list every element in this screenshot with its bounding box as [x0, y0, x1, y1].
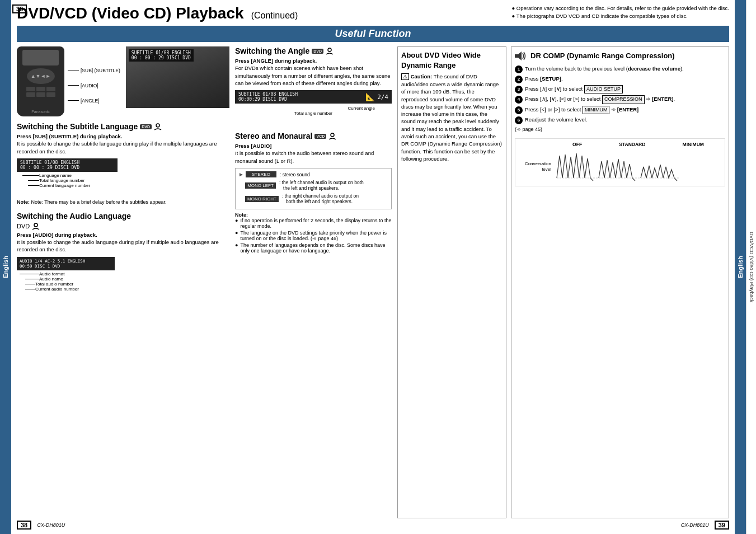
remote-control: ▲▼◄► Panasonic [17, 46, 64, 116]
stereo-title-text: Stereo and Monaural [235, 132, 312, 140]
dr-comp-steps: 1 Turn the volume back to the previous l… [515, 65, 725, 125]
label-language-name: Language name [22, 173, 157, 178]
label-total-audio: Total audio number [25, 282, 157, 287]
audio-title-text: Switching the Audio Language [17, 212, 131, 221]
subtitle-title-text: Switching the Subtitle Language [17, 122, 138, 131]
label-current-audio: Current audio number [25, 287, 157, 292]
remote-label-area: [SUB] (SUBTITLE) [AUDIO] [ANGLE] [68, 46, 120, 116]
person-icon-angle [326, 47, 334, 55]
stereo-note-2: ●The language on the DVD settings take p… [235, 230, 392, 241]
chart-body: Conversation level [518, 150, 722, 184]
stereo-press-text: Press [AUDIO] [235, 143, 271, 149]
label-total-lang: Total language number [28, 178, 157, 183]
page-left-area: 38 CX-DH801U [17, 521, 65, 530]
step-2: 2 Press [SETUP]. [515, 75, 725, 83]
switching-audio-section: Switching the Audio Language DVD Press [… [17, 212, 229, 303]
person-icon-stereo [328, 132, 336, 140]
body-columns: ▲▼◄► Panasonic [17, 46, 729, 518]
svg-point-3 [331, 133, 334, 137]
model-name-left: CX-DH801U [37, 522, 65, 528]
angle-labels: Current angle Total angle number [235, 106, 392, 116]
person-icon-subtitle [154, 123, 162, 130]
left-column: ▲▼◄► Panasonic [17, 46, 229, 518]
stereo-notes: Note: ●If no operation is performed for … [235, 212, 392, 254]
angle-description: For DVDs which contain scenes which have… [235, 64, 392, 87]
compression-chart: OFF STANDARD MINIMUM Conversation level [515, 138, 725, 187]
main-content: DVD/VCD (Video CD) Playback (Continued) … [11, 0, 735, 534]
angle-body: Press [ANGLE] during playback. For DVDs … [235, 57, 392, 87]
audio-labels: Audio format Audio name Total audio numb… [20, 271, 157, 292]
subtitle-body: Press [SUB] (SUBTITLE) during playback. … [17, 133, 229, 155]
label-audio: [AUDIO] [68, 83, 120, 88]
vertical-tab-label: DVD/VCD (Video CD) Playback [749, 232, 754, 302]
audio-diagram-wrapper: AUDIO 1/4 AC-2 5.1 ENGLISH 00:59 DISC 1 … [17, 257, 229, 292]
remote-screen [22, 50, 59, 65]
page-numbers: 38 CX-DH801U CX-DH801U 39 [17, 521, 729, 530]
chart-ylabel: Conversation level [518, 161, 554, 173]
subtitle-screen: SUBTITLE 01/08 ENGLISH 00 : 00 : 29 DISC… [126, 46, 229, 108]
subtitle-press-text: Press [SUB] (SUBTITLE) during playback. [17, 133, 122, 139]
subtitle-section-title: Switching the Subtitle Language DVD [17, 122, 229, 131]
page-right-area: CX-DH801U 39 [681, 521, 729, 530]
audio-body: Press [AUDIO] during playback. It is pos… [17, 231, 229, 254]
caution-label: Caution: [411, 73, 433, 79]
about-dvd-box: About DVD Video Wide Dynamic Range ⚠ Cau… [397, 46, 506, 518]
dr-comp-title-text: DR COMP (Dynamic Range Compression) [530, 50, 675, 62]
step-2-num: 2 [515, 76, 523, 83]
page-num-right: 39 [715, 521, 729, 530]
about-dvd-body: ⚠ Caution: The sound of DVD audio/video … [401, 73, 503, 162]
svg-point-2 [328, 48, 331, 51]
step-6-text: Readjust the volume level. [525, 116, 587, 124]
sidebar-right-label: English [737, 256, 744, 278]
stereo-desc-stereo: : stereo sound [280, 172, 310, 177]
stereo-row-mono-right: MONO RIGHT : the right channel audio is … [238, 193, 388, 204]
vertical-tab-right: DVD/VCD (Video CD) Playback [746, 0, 756, 534]
angle-title-text: Switching the Angle [235, 46, 309, 55]
dvd-icon-subtitle: DVD [140, 124, 152, 129]
svg-rect-4 [515, 54, 518, 58]
step-4-num: 4 [515, 96, 523, 104]
lang-diagram-wrapper: SUBTITLE 01/08 ENGLISH 00 : 00 : 29 DISC… [17, 158, 229, 188]
page-num-left: 38 [17, 521, 31, 530]
stereo-label-mono-right: MONO RIGHT [245, 196, 279, 202]
page-title: DVD/VCD (Video CD) Playback [17, 4, 244, 22]
header-note-2: The pictographs DVD VCD and CD indicate … [511, 12, 729, 20]
stereo-label-mono-left: MONO LEFT [245, 182, 276, 189]
step-5: 5 Press [<] or [>] to select MINIMUM ➾ [… [515, 106, 725, 115]
step-4-text: Press [∧], [∨], [<] or [>] to select COM… [525, 95, 675, 104]
audio-diagram: AUDIO 1/4 AC-2 5.1 ENGLISH 00:59 DISC 1 … [17, 257, 115, 270]
page-title-area: DVD/VCD (Video CD) Playback (Continued) [17, 4, 298, 22]
stereo-section-title: Stereo and Monaural VCD [235, 132, 392, 140]
arrow-left-stereo: ► [238, 171, 244, 177]
compression-waveform-svg [554, 150, 683, 184]
label-current-angle: Current angle [348, 106, 375, 111]
step-4: 4 Press [∧], [∨], [<] or [>] to select C… [515, 95, 725, 104]
audio-description: It is possible to change the audio langu… [17, 238, 229, 254]
dr-comp-title: DR COMP (Dynamic Range Compression) [515, 50, 725, 62]
step-2-text: Press [SETUP]. [525, 75, 563, 83]
remote-brand: Panasonic [31, 110, 50, 114]
svg-point-1 [34, 223, 37, 227]
angle-section-title: Switching the Angle DVD [235, 46, 392, 55]
sidebar-left-label: English [2, 256, 9, 278]
lang-diagram: SUBTITLE 01/08 ENGLISH 00 : 00 : 29 DISC… [17, 158, 118, 172]
angle-display-wrapper: SUBTITLE 01/08 ENGLISH 00:00:29 DISC1 DV… [235, 90, 392, 116]
label-current-lang: Current language number [28, 183, 157, 188]
stereo-note-3: ●The number of languages depends on the … [235, 242, 392, 254]
step-5-num: 5 [515, 106, 523, 114]
header-notes: Operations vary according to the disc. F… [511, 4, 729, 21]
audio-press-text: Press [AUDIO] during playback. [17, 232, 97, 238]
middle-column: Switching the Angle DVD Press [ANGLE] du… [235, 46, 392, 518]
step-1: 1 Turn the volume back to the previous l… [515, 65, 725, 73]
dvd-icon-angle: DVD [312, 49, 323, 54]
stereo-diagram: ► STEREO : stereo sound MONO LEFT : the … [235, 168, 392, 209]
svg-point-0 [156, 124, 159, 127]
step-6-num: 6 [515, 116, 523, 124]
label-audio-name: Audio name [25, 277, 157, 282]
image-area: ▲▼◄► Panasonic [17, 46, 229, 116]
dr-comp-box: DR COMP (Dynamic Range Compression) 1 Tu… [511, 46, 729, 518]
page-subtitle: (Continued) [251, 11, 298, 20]
stereo-note-1: ●If no operation is performed for 2 seco… [235, 218, 392, 229]
step-1-text: Turn the volume back to the previous lev… [525, 65, 684, 73]
lang-labels: Language name Total language number Curr… [22, 173, 157, 188]
